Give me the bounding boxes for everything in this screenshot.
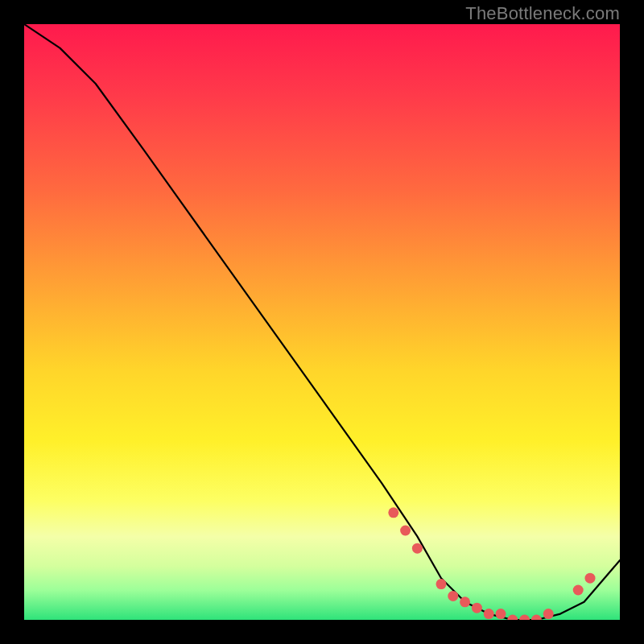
highlight-marker (460, 597, 470, 607)
highlight-marker (436, 579, 447, 589)
highlight-marker (412, 543, 423, 554)
highlight-marker (448, 591, 458, 601)
chart-svg (24, 24, 620, 620)
highlight-marker (496, 609, 506, 619)
highlight-marker (484, 609, 494, 619)
highlight-marker (585, 573, 596, 584)
highlight-marker (507, 615, 518, 621)
bottleneck-curve-line (24, 24, 620, 620)
plot-area (24, 24, 620, 620)
highlight-marker (531, 615, 542, 621)
highlight-marker (573, 585, 584, 596)
watermark-label: TheBottleneck.com (465, 3, 620, 24)
highlight-marker-group (388, 507, 595, 620)
highlight-marker (388, 507, 398, 518)
highlight-marker (543, 609, 554, 619)
highlight-marker (519, 615, 530, 621)
highlight-marker (472, 603, 482, 613)
chart-frame: TheBottleneck.com (0, 0, 644, 644)
highlight-marker (400, 526, 411, 536)
